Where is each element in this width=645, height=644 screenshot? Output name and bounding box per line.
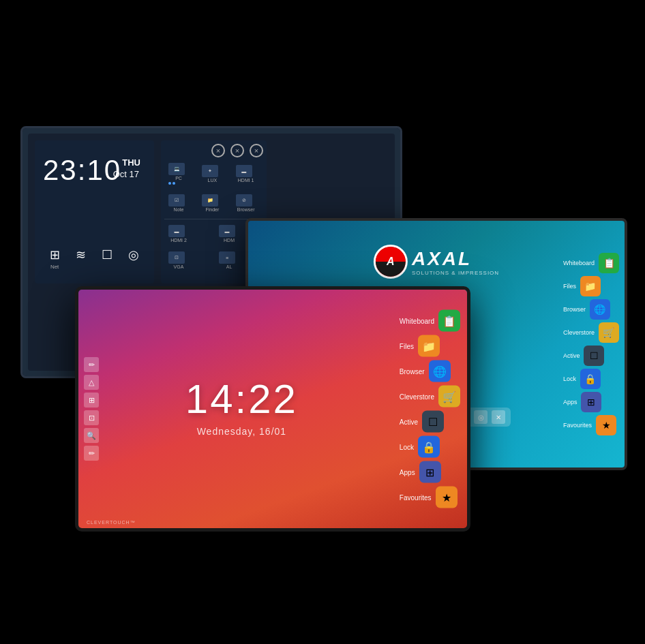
clevertouch-label: CLEVERTOUCH™ [87,520,136,525]
front-sidebar-lock[interactable]: Lock 🔒 [400,436,460,458]
front-sidebar-files[interactable]: Files 📁 [400,335,460,357]
tool-x[interactable]: ✕ [492,410,505,424]
nfc-icon: ◎ [128,247,139,270]
back-clock-time: 23:10 [43,154,121,187]
apps-icon: ⊞ [581,392,601,412]
front-clock-time: 14:22 [185,375,298,423]
front-tool-6[interactable]: ✏ [84,446,99,461]
display-icon: ☐ [102,247,112,270]
front-whiteboard-icon: 📋 [438,310,460,332]
front-tool-5[interactable]: 🔍 [84,428,99,443]
front-tool-2[interactable]: △ [84,375,99,390]
mid-sidebar-apps[interactable]: Apps ⊞ [563,392,619,412]
front-cleverstore-icon: 🛒 [438,386,460,408]
back-clock-date: Oct 17 [113,169,139,179]
back-status-icons: ⊞ Net ≋ ☐ ◎ [35,247,154,270]
front-files-icon: 📁 [418,335,440,357]
front-sidebar-active[interactable]: Active ☐ [400,411,460,433]
input-hdmi1[interactable]: ▬ HDMI 1 [232,160,263,187]
input-lux[interactable]: ✦ LUX [198,160,229,187]
front-tool-3[interactable]: ⊞ [84,393,99,408]
whiteboard-icon: 📋 [599,253,619,273]
mid-sidebar-active[interactable]: Active ☐ [563,346,619,366]
front-sidebar-apps[interactable]: Apps ⊞ [400,461,460,483]
files-icon: 📁 [580,276,601,296]
mid-sidebar-favourites[interactable]: Favourites ★ [563,415,619,435]
network-icon: ⊞ Net [50,247,60,270]
mid-sidebar: Whiteboard 📋 Files 📁 Browser 🌐 Cleversto… [563,253,619,435]
front-active-icon: ☐ [422,411,444,433]
close-button-2[interactable]: × [230,144,244,157]
back-clock-day: THU [122,157,140,168]
front-browser-icon: 🌐 [429,361,451,382]
input-note[interactable]: ☑ Note [164,191,196,215]
front-tool-4[interactable]: ⊡ [84,410,99,425]
front-tool-1[interactable]: ✏ [84,357,99,372]
input-browser[interactable]: ⊘ Browser [232,191,263,215]
axal-title-text: AXAL [412,248,499,270]
browser-icon: 🌐 [590,299,610,320]
tool-target[interactable]: ◎ [474,410,487,424]
close-button-1[interactable]: × [211,144,225,157]
close-button-3[interactable]: × [250,144,263,157]
front-left-toolbar: ✏ △ ⊞ ⊡ 🔍 ✏ [84,357,99,461]
front-monitor-screen: 14:22 Wednesday, 16/01 Whiteboard 📋 File… [78,290,467,528]
axal-subtitle-text: SOLUTIONS & IMPRESSION [412,270,499,276]
input-hdmi2[interactable]: ▬ HDMI 2 [164,222,213,245]
mid-sidebar-whiteboard[interactable]: Whiteboard 📋 [563,253,619,273]
front-monitor: 14:22 Wednesday, 16/01 Whiteboard 📋 File… [75,286,470,532]
input-pc[interactable]: 💻 PC [164,160,196,187]
front-sidebar-browser[interactable]: Browser 🌐 [400,361,460,382]
cleverstore-icon: 🛒 [599,322,619,343]
front-favourites-icon: ★ [436,487,457,508]
mid-sidebar-lock[interactable]: Lock 🔒 [563,369,619,389]
axal-logo: A AXAL SOLUTIONS & IMPRESSION [374,245,499,279]
front-sidebar-whiteboard[interactable]: Whiteboard 📋 [400,310,460,332]
front-lock-icon: 🔒 [418,436,440,458]
input-folder[interactable]: 📁 Finder [198,191,229,215]
front-clock: 14:22 Wednesday, 16/01 [185,375,298,437]
front-sidebar-cleverstore[interactable]: Cleverstore 🛒 [400,386,460,408]
mid-sidebar-cleverstore[interactable]: Cleverstore 🛒 [563,322,619,343]
wifi-icon: ≋ [76,247,86,270]
back-clock-panel: 23:10 THU Oct 17 ⊞ Net ≋ ☐ ◎ [35,140,154,283]
axal-text: AXAL SOLUTIONS & IMPRESSION [412,248,499,276]
favourites-icon: ★ [596,415,616,435]
active-icon: ☐ [584,346,604,366]
front-apps-icon: ⊞ [419,461,441,483]
front-sidebar-favourites[interactable]: Favourites ★ [400,487,460,508]
lock-icon: 🔒 [580,369,601,389]
axal-badge: A [374,245,408,279]
mid-sidebar-browser[interactable]: Browser 🌐 [563,299,619,320]
front-clock-date: Wednesday, 16/01 [185,426,298,437]
mid-sidebar-files[interactable]: Files 📁 [563,276,619,296]
input-vga[interactable]: ⊡ VGA [164,249,213,272]
front-sidebar: Whiteboard 📋 Files 📁 Browser 🌐 Cleversto… [400,310,460,508]
